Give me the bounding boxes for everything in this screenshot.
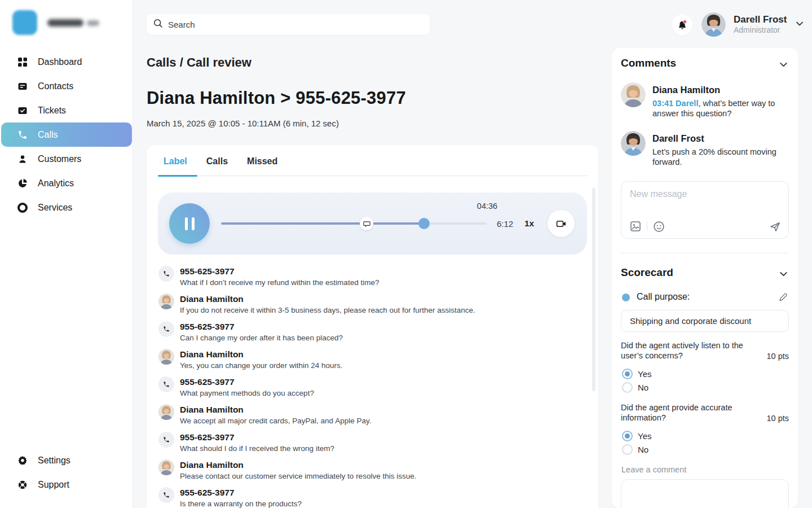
utterance-text: Can I change my order after it has been … [180, 333, 343, 343]
radio-option-no[interactable]: No [622, 444, 648, 455]
tab-missed[interactable]: Missed [247, 156, 277, 174]
utterance-text: What payment methods do you accept? [180, 388, 314, 398]
avatar [621, 131, 646, 156]
comment-marker[interactable] [360, 217, 373, 230]
utterance-text: If you do not receive it within 3-5 busi… [180, 305, 475, 315]
tab-label[interactable]: Label [164, 156, 187, 174]
audio-player: 04:36 6:12 1x [158, 192, 587, 255]
transcript-row[interactable]: 955-625-3977Can I change my order after … [158, 321, 576, 343]
sidebar-item-label: Services [38, 203, 72, 213]
transcript-row[interactable]: Diana HamiltonIf you do not receive it w… [158, 294, 576, 315]
scorecard-comment-input[interactable] [621, 479, 789, 508]
timestamp-mention-link[interactable]: 03:41 Darell [652, 99, 698, 108]
avatar [158, 294, 174, 309]
logo-text-blurred-2 [87, 20, 99, 26]
sidebar-item-contacts[interactable]: Contacts [0, 74, 133, 98]
chevron-down-icon[interactable] [778, 269, 789, 282]
new-message-input[interactable] [621, 182, 788, 218]
transcript-row[interactable]: 955-625-3977What if I don’t receive my r… [158, 266, 576, 287]
emoji-button[interactable] [653, 221, 665, 233]
search-icon [153, 19, 163, 30]
tab-calls[interactable]: Calls [206, 156, 228, 174]
utterance-text: We accept all major credit cards, PayPal… [180, 416, 371, 426]
scorecard-question: Did the agent actively listen to the use… [621, 341, 789, 361]
phone-icon [17, 129, 28, 140]
pause-button[interactable] [169, 203, 210, 244]
call-purpose-label: Call purpose: [637, 292, 690, 302]
avatar [158, 349, 174, 365]
sidebar-item-services[interactable]: Services [0, 195, 133, 220]
radio-unselected-icon [622, 382, 633, 393]
video-button[interactable] [548, 210, 575, 237]
utterance-text: What should I do if I received the wrong… [180, 444, 334, 453]
user-role: Administrator [734, 25, 787, 35]
utterance-text: Is there a warranty on the products? [180, 499, 302, 508]
total-duration: 6:12 [497, 219, 513, 229]
attach-image-button[interactable] [630, 221, 641, 232]
seek-slider[interactable]: 04:36 [221, 192, 487, 255]
send-button[interactable] [769, 221, 781, 233]
notification-badge [683, 20, 687, 24]
sidebar-item-calls[interactable]: Calls [0, 122, 133, 147]
edit-pencil-icon[interactable] [778, 292, 788, 305]
phone-icon [158, 321, 174, 337]
phone-icon [158, 487, 174, 503]
search-input[interactable] [168, 20, 423, 29]
page-title: Diana Hamilton > 955-625-3977 [147, 88, 406, 108]
transcript-row[interactable]: 955-625-3977What should I do if I receiv… [158, 432, 576, 453]
sidebar-nav: Dashboard Contacts Tickets Calls Custome… [0, 50, 133, 220]
chevron-down-icon[interactable] [778, 59, 789, 72]
transcript-row[interactable]: Diana HamiltonPlease contact our custome… [158, 459, 576, 481]
transcript-row[interactable]: Diana HamiltonYes, you can change your o… [158, 349, 576, 370]
scrollbar-thumb[interactable] [592, 188, 595, 391]
sidebar-bottom-nav: Settings Support [0, 448, 133, 497]
transcript-row[interactable]: Diana HamiltonWe accept all major credit… [158, 404, 576, 426]
notifications-button[interactable] [672, 15, 692, 36]
toolbar-divider [647, 222, 647, 231]
sidebar-item-settings[interactable]: Settings [0, 448, 133, 472]
message-toolbar [630, 220, 781, 233]
speaker-name: 955-625-3977 [180, 266, 235, 276]
call-purpose-value[interactable]: Shipping and corporate discount [621, 310, 789, 332]
transcript-row[interactable]: 955-625-3977Is there a warranty on the p… [158, 487, 576, 508]
speaker-name: 955-625-3977 [180, 432, 235, 442]
speaker-name: Diana Hamilton [180, 405, 244, 414]
avatar [158, 404, 174, 420]
radio-option-yes[interactable]: Yes [622, 369, 651, 379]
logo-mark [12, 10, 37, 35]
sidebar-item-dashboard[interactable]: Dashboard [0, 50, 133, 74]
playhead-handle[interactable] [418, 218, 430, 229]
bullet-dot [622, 294, 630, 301]
speaker-name: 955-625-3977 [180, 322, 235, 331]
playback-speed-button[interactable]: 1x [524, 218, 534, 229]
speaker-name: 955-625-3977 [180, 377, 235, 387]
dashboard-icon [17, 56, 28, 67]
active-tab-indicator [158, 175, 197, 177]
chevron-down-icon[interactable] [795, 19, 805, 31]
radio-option-no[interactable]: No [622, 382, 648, 393]
transcript-row[interactable]: 955-625-3977What payment methods do you … [158, 376, 576, 398]
user-menu[interactable]: Darell Frost Administrator [701, 12, 805, 37]
life-buoy-icon [17, 479, 28, 490]
tabs-divider [158, 176, 588, 176]
tickets-icon [17, 105, 28, 116]
speaker-name: 955-625-3977 [180, 488, 235, 497]
sidebar-item-label: Calls [38, 130, 58, 140]
sidebar-item-tickets[interactable]: Tickets [0, 98, 133, 122]
radio-selected-icon [622, 431, 633, 441]
sidebar-item-analytics[interactable]: Analytics [0, 171, 133, 195]
slider-progress [221, 222, 424, 225]
avatar [158, 459, 174, 475]
search-bar [147, 14, 430, 35]
avatar [621, 82, 646, 107]
section-divider [621, 253, 789, 253]
sidebar-item-label: Support [38, 480, 69, 490]
gear-icon [17, 455, 28, 466]
radio-option-yes[interactable]: Yes [622, 431, 651, 441]
sidebar-item-label: Analytics [38, 178, 74, 189]
sidebar-item-label: Dashboard [38, 57, 82, 67]
sidebar-item-support[interactable]: Support [0, 472, 133, 497]
user-name: Darell Frost [734, 14, 787, 25]
sidebar-item-customers[interactable]: Customers [0, 147, 133, 171]
comment-text: Let’s push a 20% discount moving forward… [652, 147, 783, 167]
